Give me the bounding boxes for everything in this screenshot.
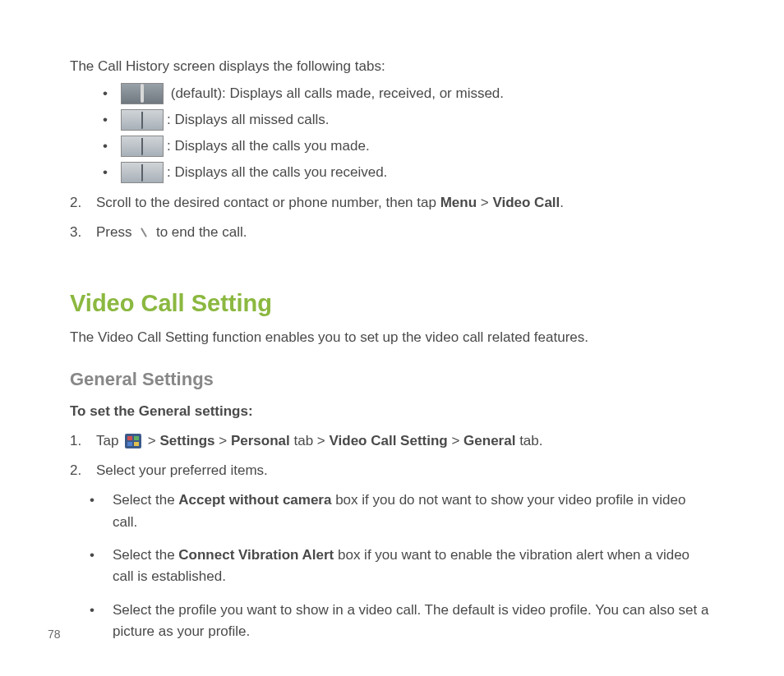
end-call-icon <box>138 227 150 238</box>
text: Select the <box>113 547 178 563</box>
step-number: 1. <box>70 430 81 452</box>
procedure-heading: To set the General settings: <box>70 401 714 422</box>
sep: > <box>477 195 492 210</box>
text: Tap <box>96 433 122 448</box>
sep: > <box>448 433 463 448</box>
bullet: • <box>103 135 108 158</box>
page-number: 78 <box>48 626 61 643</box>
tab-item-all: • (default): Displays all calls made, re… <box>103 82 714 105</box>
sep: > <box>215 433 231 448</box>
subsection-heading: General Settings <box>70 366 714 393</box>
start-icon <box>125 434 141 448</box>
intro-text: The Call History screen displays the fol… <box>70 56 714 77</box>
text: tab > <box>290 433 330 448</box>
tab-desc: : Displays all the calls you received. <box>167 164 387 180</box>
item-connect-vibration: • Select the Connect Vibration Alert box… <box>90 545 714 588</box>
tabs-list: • (default): Displays all calls made, re… <box>103 82 714 184</box>
steps-list: 2. Scroll to the desired contact or phon… <box>70 192 714 244</box>
personal-label: Personal <box>231 433 290 448</box>
settings-label: Settings <box>160 433 215 448</box>
suffix: to end the call. <box>152 224 247 240</box>
tab-item-missed: • : Displays all missed calls. <box>103 108 714 131</box>
general-step-1: 1. Tap > Settings > Personal tab > Video… <box>70 430 714 452</box>
made-calls-icon <box>121 136 164 157</box>
bullet: • <box>103 82 108 105</box>
tab-desc: (default): Displays all calls made, rece… <box>167 85 504 101</box>
item-profile: • Select the profile you want to show in… <box>90 600 714 643</box>
connect-vibration-label: Connect Vibration Alert <box>178 547 334 563</box>
section-description: The Video Call Setting function enables … <box>70 327 714 348</box>
text: Select the profile you want to show in a… <box>113 602 708 639</box>
sep: > <box>144 433 159 448</box>
item-accept-without-camera: • Select the Accept without camera box i… <box>90 490 714 533</box>
general-step-2: 2. Select your preferred items. <box>70 460 714 481</box>
preferred-items-list: • Select the Accept without camera box i… <box>90 490 714 642</box>
step-number: 2. <box>70 460 81 481</box>
text: tab. <box>515 433 542 448</box>
general-label: General <box>463 433 515 448</box>
step-3: 3. Press to end the call. <box>70 222 714 243</box>
tab-desc: : Displays all missed calls. <box>167 112 329 127</box>
text: Select the <box>113 492 178 508</box>
received-calls-icon <box>121 162 164 183</box>
tab-item-received: • : Displays all the calls you received. <box>103 161 714 184</box>
step-2: 2. Scroll to the desired contact or phon… <box>70 192 714 214</box>
menu-label: Menu <box>440 195 477 210</box>
step-number: 3. <box>70 222 81 243</box>
general-steps: 1. Tap > Settings > Personal tab > Video… <box>70 430 714 482</box>
video-call-setting-label: Video Call Setting <box>330 433 448 448</box>
missed-calls-icon <box>121 109 164 131</box>
suffix: . <box>560 195 564 210</box>
step-text: Scroll to the desired contact or phone n… <box>96 195 440 210</box>
step-text: Select your preferred items. <box>96 462 268 478</box>
all-calls-icon <box>121 83 164 104</box>
tab-desc: : Displays all the calls you made. <box>167 138 370 154</box>
section-heading: Video Call Setting <box>70 286 714 322</box>
bullet: • <box>90 490 95 511</box>
bullet: • <box>90 545 95 566</box>
bullet: • <box>103 108 108 131</box>
bullet: • <box>103 161 108 184</box>
step-text: Press <box>96 224 136 240</box>
tab-item-made: • : Displays all the calls you made. <box>103 135 714 158</box>
step-number: 2. <box>70 192 81 214</box>
bullet: • <box>90 600 95 621</box>
accept-without-camera-label: Accept without camera <box>178 492 331 508</box>
video-call-label: Video Call <box>492 195 560 210</box>
